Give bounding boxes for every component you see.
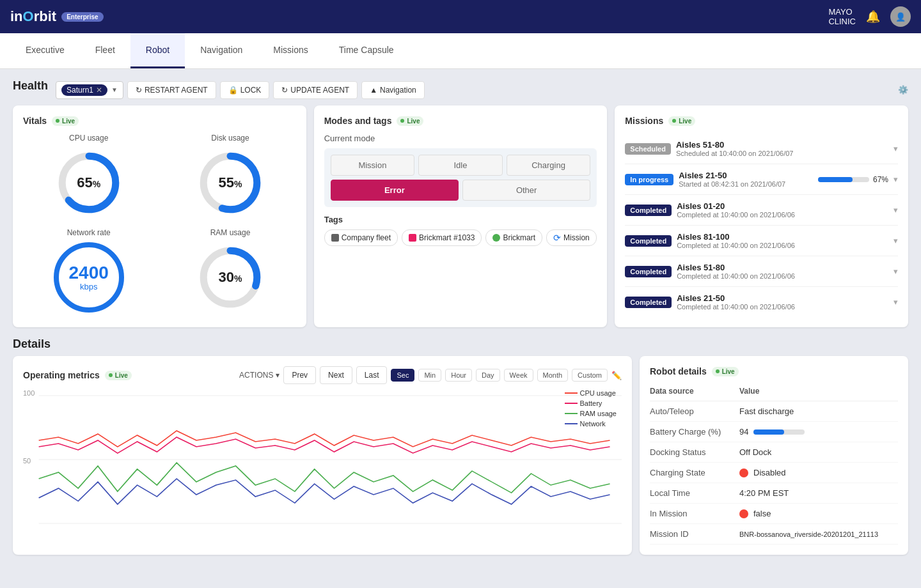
mission-badge-scheduled: Scheduled	[625, 143, 671, 155]
update-agent-btn[interactable]: ↻ UPDATE AGENT	[273, 81, 358, 99]
legend-ram-line	[565, 413, 578, 414]
battery-bar-bg	[753, 429, 805, 435]
edit-icon[interactable]: ✏️	[611, 371, 622, 380]
robot-details-table: Data source Value Auto/Teleop Fast disch…	[650, 384, 898, 545]
nav-tabs: Executive Fleet Robot Navigation Mission…	[0, 33, 921, 69]
tag-brickmart-1033[interactable]: Brickmart #1033	[402, 229, 482, 246]
chevron-icon[interactable]: ▾	[893, 144, 898, 153]
chevron-icon[interactable]: ▾	[893, 205, 898, 215]
user-avatar[interactable]: 👤	[890, 6, 911, 27]
cpu-value: 65%	[77, 174, 100, 191]
metrics-title: Operating metrics	[23, 370, 100, 380]
row-value: 4:20 PM EST	[739, 483, 898, 504]
details-title: Details	[13, 337, 51, 350]
row-value: false	[739, 504, 898, 524]
live-dot	[56, 119, 59, 123]
network-rate-item: Network rate 2400 kbps	[23, 228, 154, 313]
mode-idle-btn[interactable]: Idle	[418, 155, 503, 176]
bell-icon[interactable]: 🔔	[866, 10, 880, 24]
chevron-icon[interactable]: ▾	[893, 267, 898, 276]
enterprise-badge: Enterprise	[61, 12, 103, 22]
remove-robot-btn[interactable]: ✕	[96, 86, 102, 95]
mode-other-btn[interactable]: Other	[462, 180, 590, 201]
tab-executive[interactable]: Executive	[10, 33, 80, 68]
actions-dropdown-btn[interactable]: ACTIONS ▾	[239, 371, 279, 380]
progress-pct: 67%	[873, 175, 888, 184]
row-source: Mission ID	[650, 524, 739, 545]
time-week-btn[interactable]: Week	[504, 369, 533, 382]
next-btn[interactable]: Next	[320, 366, 352, 384]
row-source: In Mission	[650, 504, 739, 524]
mission-item: Scheduled Aisles 51-80 Scheduled at 10:4…	[625, 134, 898, 164]
selector-dropdown-icon[interactable]: ▼	[111, 86, 118, 93]
mission-item: Completed Aisles 51-80 Completed at 10:4…	[625, 256, 898, 287]
tags-section: Tags Company fleet Brickmart #1033 Brick…	[324, 215, 597, 246]
col-data-source: Data source	[650, 384, 739, 401]
table-row: Charging State Disabled	[650, 463, 898, 483]
mode-mission-btn[interactable]: Mission	[331, 155, 415, 176]
mode-buttons-row2: Error Other	[331, 180, 591, 201]
clinic-icon[interactable]: MAYOCLINIC	[828, 7, 856, 26]
robot-details-title: Robot details	[650, 366, 707, 376]
mission-badge-inprogress: In progress	[625, 174, 673, 185]
mission-time: Completed at 10:40:00 on 2021/06/06	[677, 272, 888, 280]
robot-selector[interactable]: Saturn1 ✕ ▼	[56, 81, 123, 99]
navigation-icon: ▲	[370, 86, 377, 95]
chart-area: 100 50	[23, 389, 622, 530]
missions-live-badge: Live	[668, 116, 695, 126]
chevron-icon[interactable]: ▾	[893, 174, 898, 184]
mode-error-btn[interactable]: Error	[331, 180, 459, 201]
table-row: In Mission false	[650, 504, 898, 524]
chart-svg	[23, 389, 622, 530]
tab-timecapsule[interactable]: Time Capsule	[324, 33, 409, 68]
ram-value: 30%	[219, 269, 242, 286]
time-min-btn[interactable]: Min	[418, 369, 441, 382]
y-label-100: 100	[23, 389, 35, 397]
time-month-btn[interactable]: Month	[537, 369, 569, 382]
mission-badge-completed: Completed	[625, 205, 672, 216]
mission-info: Aisles 21-50 Started at 08:42:31 on 2021…	[679, 171, 813, 188]
legend-network-line	[565, 423, 578, 424]
operating-metrics-card: Operating metrics Live ACTIONS ▾ Prev Ne…	[13, 356, 632, 555]
tag-company-fleet[interactable]: Company fleet	[324, 229, 398, 246]
legend-network: Network	[565, 420, 617, 428]
mission-time: Started at 08:42:31 on 2021/06/07	[679, 180, 813, 188]
vitals-card: Vitals Live CPU usage 65%	[13, 105, 306, 327]
settings-icon[interactable]: ⚙️	[898, 85, 908, 95]
tag-mission[interactable]: ⟳ Mission	[546, 229, 597, 246]
row-source: Auto/Teleop	[650, 401, 739, 422]
battery-bar-fill	[753, 429, 784, 435]
chart-legend: CPU usage Battery RAM usage Network	[565, 389, 617, 428]
logo: inOrbit Enterprise	[10, 8, 104, 25]
tab-robot[interactable]: Robot	[130, 33, 185, 68]
mission-time: Completed at 10:40:00 on 2021/06/06	[677, 303, 888, 311]
time-sec-btn[interactable]: Sec	[391, 369, 414, 382]
time-hour-btn[interactable]: Hour	[445, 369, 472, 382]
chevron-icon[interactable]: ▾	[893, 236, 898, 245]
time-day-btn[interactable]: Day	[476, 369, 500, 382]
prev-btn[interactable]: Prev	[283, 366, 316, 384]
navigation-btn[interactable]: ▲ Navigation	[361, 81, 425, 99]
last-btn[interactable]: Last	[356, 366, 388, 384]
mission-item: In progress Aisles 21-50 Started at 08:4…	[625, 164, 898, 195]
mode-charging-btn[interactable]: Charging	[507, 155, 591, 176]
tag-icon-mission: ⟳	[553, 233, 561, 243]
battery-bar-container: 94	[739, 427, 898, 437]
tags-label: Tags	[324, 215, 597, 224]
tag-brickmart[interactable]: Brickmart	[485, 229, 542, 246]
lock-btn[interactable]: 🔒 LOCK	[220, 81, 270, 99]
restart-agent-btn[interactable]: ↻ RESTART AGENT	[127, 81, 216, 99]
chevron-icon[interactable]: ▾	[893, 297, 898, 307]
mission-name: Aisles 51-80	[676, 140, 888, 150]
table-row: Local Time 4:20 PM EST	[650, 483, 898, 504]
metrics-controls: ACTIONS ▾ Prev Next Last Sec Min Hour Da…	[239, 366, 622, 384]
ram-usage-item: RAM usage 30%	[164, 228, 295, 313]
tab-fleet[interactable]: Fleet	[80, 33, 130, 68]
table-row: Auto/Teleop Fast discharge	[650, 401, 898, 422]
tab-missions[interactable]: Missions	[258, 33, 323, 68]
tab-navigation[interactable]: Navigation	[185, 33, 258, 68]
mission-time: Completed at 10:40:00 on 2021/06/06	[677, 211, 888, 219]
time-custom-btn[interactable]: Custom	[572, 369, 608, 382]
mission-item: Completed Aisles 81-100 Completed at 10:…	[625, 226, 898, 256]
ram-donut: 30%	[195, 242, 265, 313]
